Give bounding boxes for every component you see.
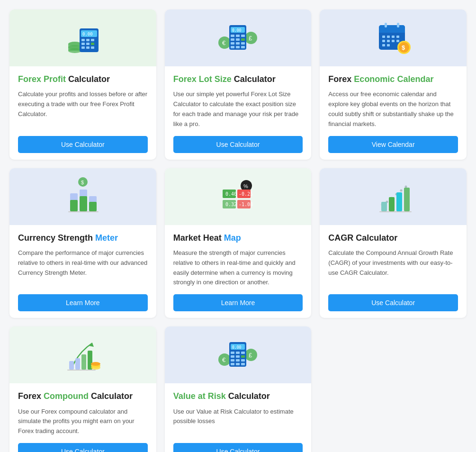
calculator-currency-2-icon: € £ 0.00 — [165, 326, 312, 383]
bar-columns-icon: $ — [9, 168, 156, 225]
card-description: Measure the strength of major currencies… — [173, 248, 303, 288]
svg-rect-41 — [387, 36, 390, 38]
title-colored: Forex Lot Size — [173, 74, 232, 84]
card-currency-strength-meter: $ Currency Strength Meter Compare the pe… — [9, 168, 156, 318]
title-plain: Forex — [18, 391, 44, 401]
svg-text:0.32: 0.32 — [225, 202, 237, 207]
view-calendar-button[interactable]: View Calendar — [328, 136, 458, 153]
svg-text:0.00: 0.00 — [232, 345, 241, 350]
svg-rect-46 — [392, 40, 395, 42]
svg-rect-9 — [91, 39, 94, 41]
svg-text:$: $ — [402, 44, 405, 51]
card-body: Forex Lot Size Calculator Use our simple… — [165, 66, 312, 160]
card-forex-lot-size-calculator: € £ 0.00 — [165, 9, 312, 160]
svg-rect-106 — [236, 359, 240, 362]
card-body: Forex Economic Calendar Access our free … — [320, 66, 467, 160]
card-description: Use our Forex compound calculator and si… — [18, 407, 148, 436]
title-colored: Map — [224, 233, 241, 243]
title-plain: Market Heat — [173, 233, 224, 243]
card-description: Calculate your profits and losses before… — [18, 90, 148, 129]
svg-rect-58 — [80, 196, 87, 211]
title-colored: Meter — [95, 233, 118, 243]
svg-rect-27 — [236, 38, 240, 41]
learn-more-button[interactable]: Learn More — [173, 294, 303, 311]
use-calculator-button[interactable]: Use Calculator — [18, 443, 148, 452]
svg-rect-28 — [241, 38, 245, 41]
svg-rect-85 — [75, 358, 80, 370]
card-image: % 0.40 -0.25 0.32 -1.08 — [165, 168, 312, 225]
svg-text:$: $ — [81, 180, 84, 185]
card-image — [320, 168, 467, 225]
svg-rect-29 — [231, 42, 234, 45]
svg-rect-34 — [241, 46, 245, 48]
svg-rect-104 — [241, 355, 245, 358]
card-body: Market Heat Map Measure the strength of … — [165, 225, 312, 318]
title-colored: Forex Profit — [18, 74, 66, 84]
svg-rect-101 — [241, 352, 245, 354]
svg-text:0.40: 0.40 — [225, 191, 237, 197]
card-description: Use our Value at Risk Calculator to esti… — [173, 407, 303, 436]
svg-rect-102 — [231, 355, 234, 358]
svg-rect-99 — [231, 352, 234, 354]
svg-rect-42 — [392, 36, 395, 38]
svg-point-77 — [405, 185, 407, 188]
card-value-at-risk-calculator: € £ 0.00 — [165, 326, 312, 452]
svg-rect-82 — [379, 211, 412, 212]
card-title: Value at Risk Calculator — [173, 391, 303, 402]
title-plain: Calculator — [68, 74, 110, 84]
svg-text:-0.25: -0.25 — [239, 191, 253, 197]
svg-rect-39 — [397, 23, 399, 27]
card-title: Forex Profit Calculator — [18, 74, 148, 85]
svg-rect-15 — [91, 46, 94, 49]
svg-rect-81 — [404, 188, 410, 211]
svg-rect-49 — [387, 44, 390, 46]
use-calculator-button[interactable]: Use Calculator — [173, 443, 303, 452]
svg-rect-109 — [236, 363, 240, 365]
title-plain: Calculator — [234, 74, 276, 84]
svg-rect-8 — [86, 39, 90, 41]
svg-rect-11 — [86, 43, 90, 45]
title-suffix: Calculator — [89, 391, 133, 401]
svg-rect-45 — [387, 40, 390, 42]
use-calculator-button[interactable]: Use Calculator — [328, 294, 458, 311]
svg-text:€: € — [222, 39, 226, 46]
svg-rect-37 — [379, 29, 405, 33]
svg-rect-25 — [241, 35, 245, 37]
learn-more-button[interactable]: Learn More — [18, 294, 148, 311]
title-plain: Currency Strength — [18, 233, 95, 243]
tools-grid: 0.00 Forex Profit Calculator — [9, 9, 467, 452]
svg-rect-32 — [231, 46, 234, 48]
svg-rect-56 — [70, 200, 78, 211]
title-colored: Value at Risk — [173, 391, 226, 401]
use-calculator-button[interactable]: Use Calculator — [18, 136, 148, 153]
compound-growth-icon — [9, 326, 156, 383]
card-description: Calculate the Compound Annual Growth Rat… — [328, 248, 458, 288]
card-description: Compare the performance of major currenc… — [18, 248, 148, 288]
svg-point-90 — [91, 362, 100, 366]
svg-rect-91 — [67, 370, 96, 371]
card-title: CAGR Calculator — [328, 233, 458, 244]
title-colored: Economic Calendar — [354, 74, 433, 84]
card-body: Value at Risk Calculator Use our Value a… — [165, 383, 312, 452]
svg-text:€: € — [222, 356, 226, 363]
svg-rect-78 — [381, 202, 387, 211]
card-market-heat-map: % 0.40 -0.25 0.32 -1.08 Market Heat Map … — [165, 168, 312, 318]
title-plain: CAGR Calculator — [328, 233, 397, 243]
title-colored: Compound — [44, 391, 89, 401]
svg-rect-13 — [81, 46, 85, 49]
card-body: Forex Profit Calculator Calculate your p… — [9, 66, 156, 160]
svg-rect-43 — [396, 36, 399, 38]
svg-rect-108 — [231, 363, 234, 365]
card-title: Forex Lot Size Calculator — [173, 74, 303, 85]
use-calculator-button[interactable]: Use Calculator — [173, 136, 303, 153]
card-body: Forex Compound Calculator Use our Forex … — [9, 383, 156, 452]
svg-rect-14 — [86, 46, 90, 49]
card-forex-economic-calendar: $ Forex Economic Calendar Access our fre… — [320, 9, 467, 160]
svg-rect-105 — [231, 359, 234, 362]
svg-rect-26 — [231, 38, 234, 41]
svg-rect-12 — [91, 43, 94, 45]
svg-text:0.00: 0.00 — [82, 32, 93, 36]
svg-rect-79 — [389, 197, 395, 211]
card-image: $ — [9, 168, 156, 225]
svg-rect-31 — [241, 42, 245, 45]
